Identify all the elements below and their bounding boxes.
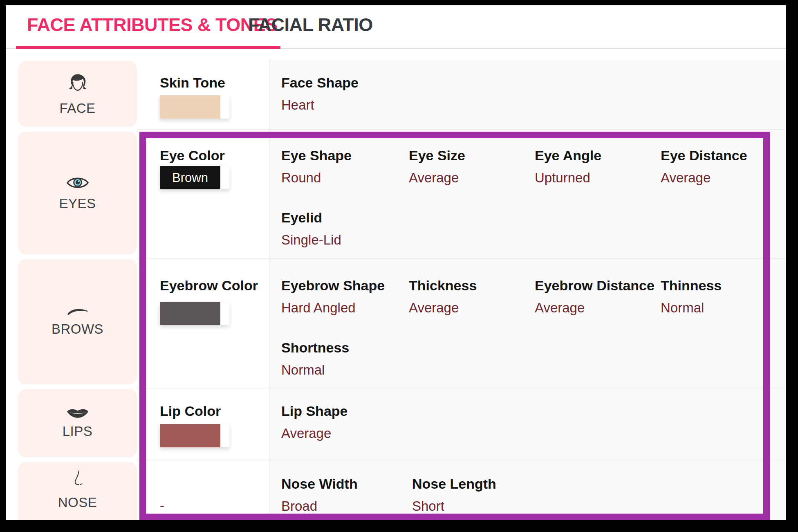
thickness-field: Thickness Average bbox=[409, 277, 477, 316]
shortness-field: Shortness Normal bbox=[281, 339, 349, 378]
woman-face-icon bbox=[66, 72, 89, 96]
skin-tone-field: Skin Tone bbox=[160, 74, 225, 91]
lips-icon bbox=[65, 407, 90, 419]
eyebrow-icon bbox=[65, 307, 90, 317]
sidebar-item-label: BROWS bbox=[52, 321, 103, 337]
skin-tone-swatch bbox=[160, 95, 229, 119]
row-divider-face-eyes bbox=[137, 129, 786, 130]
eye-color-swatch-text: Brown bbox=[172, 171, 208, 185]
sidebar-item-nose[interactable]: NOSE bbox=[18, 462, 137, 520]
eye-color-field: Eye Color bbox=[160, 147, 225, 164]
sidebar-item-label: EYES bbox=[59, 196, 96, 211]
sidebar-item-label: LIPS bbox=[63, 424, 93, 439]
lip-color-field: Lip Color bbox=[160, 403, 221, 419]
tab-facial-ratio[interactable]: FACIAL RATIO bbox=[248, 14, 373, 36]
eyebrow-color-swatch bbox=[160, 302, 229, 325]
column-divider bbox=[269, 59, 270, 520]
nose-length-field: Nose Length Short bbox=[412, 476, 496, 514]
eye-distance-field: Eye Distance Average bbox=[661, 147, 747, 186]
eye-size-field: Eye Size Average bbox=[409, 147, 465, 186]
face-shape-field: Face Shape Heart bbox=[281, 74, 359, 113]
lip-color-label: Lip Color bbox=[160, 403, 221, 419]
sidebar-item-brows[interactable]: BROWS bbox=[18, 259, 137, 384]
eye-color-label: Eye Color bbox=[160, 147, 225, 164]
lip-shape-field: Lip Shape Average bbox=[281, 403, 347, 442]
row-divider-lips-nose bbox=[137, 460, 786, 460]
sidebar-item-label: FACE bbox=[59, 101, 95, 116]
thinness-field: Thinness Normal bbox=[661, 277, 722, 316]
screenshot-frame: FACE ATTRIBUTES & TONES FACIAL RATIO FAC… bbox=[0, 0, 798, 532]
app-window: FACE ATTRIBUTES & TONES FACIAL RATIO FAC… bbox=[6, 5, 786, 520]
active-tab-underline bbox=[16, 46, 280, 49]
nose-width-field: Nose Width Broad bbox=[281, 476, 358, 514]
eyelid-field: Eyelid Single-Lid bbox=[281, 209, 341, 248]
tab-face-attributes[interactable]: FACE ATTRIBUTES & TONES bbox=[27, 14, 278, 36]
nose-icon bbox=[72, 468, 84, 490]
skin-tone-label: Skin Tone bbox=[160, 74, 225, 91]
eye-angle-field: Eye Angle Upturned bbox=[535, 147, 601, 186]
lip-color-swatch bbox=[160, 424, 229, 447]
eye-icon bbox=[65, 175, 90, 191]
sidebar-item-eyes[interactable]: EYES bbox=[18, 132, 137, 254]
eyebrow-color-label: Eyebrow Color bbox=[160, 277, 258, 294]
sidebar-item-lips[interactable]: LIPS bbox=[18, 389, 137, 457]
eye-color-swatch: Brown bbox=[160, 166, 229, 189]
sidebar-item-label: NOSE bbox=[58, 495, 97, 510]
row-divider-brows-lips bbox=[137, 388, 786, 388]
row-divider-eyes-brows bbox=[137, 258, 786, 259]
nose-color-placeholder: - bbox=[160, 498, 164, 514]
tab-bar: FACE ATTRIBUTES & TONES FACIAL RATIO bbox=[6, 5, 786, 49]
eye-shape-field: Eye Shape Round bbox=[281, 147, 352, 186]
sidebar-item-face[interactable]: FACE bbox=[18, 61, 137, 127]
eyebrow-distance-field: Eyebrow Distance Average bbox=[535, 277, 655, 316]
eyebrow-shape-field: Eyebrow Shape Hard Angled bbox=[281, 277, 385, 316]
eyebrow-color-field: Eyebrow Color bbox=[160, 277, 258, 294]
